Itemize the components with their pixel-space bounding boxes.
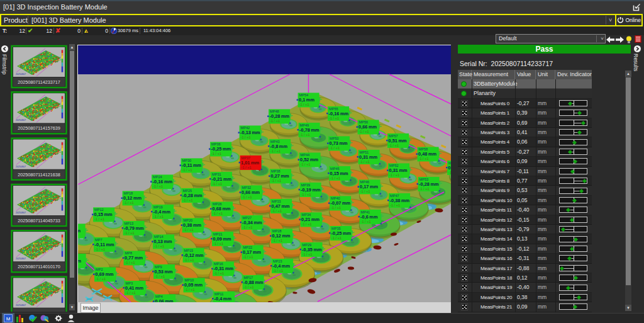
svg-text:-1 / +1: -1 / +1	[126, 291, 136, 295]
svg-text:-1 / +1: -1 / +1	[419, 157, 429, 161]
svg-text:-0,25 mm: -0,25 mm	[331, 230, 352, 236]
svg-text:-0,11 mm: -0,11 mm	[182, 162, 201, 168]
svg-text:-1 / +1: -1 / +1	[211, 152, 221, 156]
svg-text:-1 / +1: -1 / +1	[389, 173, 399, 177]
svg-text:20250807114045733: 20250807114045733	[18, 218, 60, 224]
svg-text:-0,78 mm: -0,78 mm	[299, 127, 319, 133]
svg-text:-1 / +1: -1 / +1	[272, 209, 282, 213]
svg-text:0,68 mm: 0,68 mm	[213, 206, 231, 212]
svg-text:-0,38 mm: -0,38 mm	[390, 198, 410, 203]
svg-text:-1 / +1: -1 / +1	[419, 187, 430, 191]
svg-text:0,13 mm: 0,13 mm	[154, 239, 172, 244]
svg-text:0,12 mm: 0,12 mm	[123, 195, 142, 201]
svg-text:0,3 mm: 0,3 mm	[78, 228, 80, 234]
svg-text:-0,28 mm: -0,28 mm	[182, 193, 203, 198]
svg-text:-1 / +1: -1 / +1	[212, 182, 222, 186]
svg-text:-0,79 mm: -0,79 mm	[124, 225, 144, 231]
svg-text:0,1 mm: 0,1 mm	[299, 97, 314, 103]
svg-text:0,69 mm: 0,69 mm	[96, 271, 114, 277]
svg-text:-1 / +1: -1 / +1	[303, 252, 313, 256]
svg-text:0,73 mm: 0,73 mm	[330, 140, 348, 146]
svg-text:-1 / +1: -1 / +1	[331, 236, 341, 240]
svg-text:-1 / +1: -1 / +1	[243, 225, 253, 229]
svg-text:-0,16 mm: -0,16 mm	[153, 179, 173, 184]
svg-text:-1 / +1: -1 / +1	[301, 162, 311, 166]
svg-text:-1 / +1: -1 / +1	[153, 184, 163, 188]
svg-text:-1 / +1: -1 / +1	[244, 285, 254, 289]
svg-text:-1 / +1: -1 / +1	[302, 222, 312, 226]
svg-text:-1 / +1: -1 / +1	[242, 166, 252, 169]
svg-text:M: M	[6, 316, 11, 322]
svg-text:-1 / +1: -1 / +1	[185, 288, 195, 292]
svg-text:-1 / +1: -1 / +1	[125, 261, 135, 264]
svg-text:-0,31 mm: -0,31 mm	[214, 266, 234, 271]
svg-text:0,4 mm: 0,4 mm	[78, 258, 81, 264]
svg-text:-1 / +1: -1 / +1	[301, 193, 311, 196]
svg-text:-0,19 mm: -0,19 mm	[301, 187, 321, 193]
svg-text:-1 / +1: -1 / +1	[184, 228, 194, 232]
svg-text:-1 / +1: -1 / +1	[331, 206, 341, 210]
svg-text:-0,8 mm: -0,8 mm	[270, 144, 288, 149]
svg-text:-0,28 mm: -0,28 mm	[419, 181, 439, 187]
svg-text:0,27 mm: 0,27 mm	[271, 173, 289, 179]
svg-text:-1 / +1: -1 / +1	[182, 168, 192, 172]
svg-text:-1 / +1: -1 / +1	[330, 176, 340, 180]
svg-text:-1 / +1: -1 / +1	[389, 144, 399, 147]
svg-text:-1 / +1: -1 / +1	[183, 198, 193, 202]
svg-text:0,66 mm: 0,66 mm	[242, 190, 260, 195]
svg-text:-1 / +1: -1 / +1	[94, 217, 104, 221]
svg-text:-0,12 mm: -0,12 mm	[184, 252, 204, 258]
svg-text:0,15 mm: 0,15 mm	[94, 212, 113, 217]
svg-text:-0,4 mm: -0,4 mm	[214, 296, 232, 302]
svg-text:-1 / +1: -1 / +1	[271, 179, 281, 183]
svg-text:0,77 mm: 0,77 mm	[125, 255, 143, 261]
svg-text:-1 / +1: -1 / +1	[184, 258, 194, 262]
svg-text:-1 / +1: -1 / +1	[360, 190, 370, 193]
svg-text:-1 / +1: -1 / +1	[359, 130, 369, 133]
svg-text:-1 / +1: -1 / +1	[154, 244, 164, 248]
svg-text:-1 / +1: -1 / +1	[270, 149, 280, 153]
svg-text:-1 / +1: -1 / +1	[242, 195, 252, 199]
svg-text:20250807114157639: 20250807114157639	[18, 125, 60, 131]
svg-text:-1 / +1: -1 / +1	[273, 269, 283, 273]
svg-text:-1 / +1: -1 / +1	[213, 242, 223, 246]
svg-text:-0,34 mm: -0,34 mm	[242, 220, 262, 225]
svg-text:-0,07 mm: -0,07 mm	[331, 200, 351, 206]
svg-text:-0,28 mm: -0,28 mm	[270, 113, 290, 119]
svg-text:-1 / +1: -1 / +1	[96, 277, 106, 281]
svg-text:-0,4 mm: -0,4 mm	[273, 263, 291, 269]
svg-text:-1 / +1: -1 / +1	[390, 203, 400, 207]
svg-text:-1 / +1: -1 / +1	[241, 135, 251, 139]
svg-text:0,53 mm: 0,53 mm	[155, 269, 173, 275]
svg-text:-0,25 mm: -0,25 mm	[211, 146, 231, 152]
svg-text:-1 / +1: -1 / +1	[270, 119, 280, 123]
svg-text:-1 / +1: -1 / +1	[329, 116, 339, 120]
svg-text:-1 / +1: -1 / +1	[213, 212, 223, 215]
svg-text:0,31 mm: 0,31 mm	[389, 167, 408, 173]
svg-text:0,15 mm: 0,15 mm	[330, 171, 348, 176]
svg-text:20250807113924577: 20250807113924577	[18, 310, 60, 312]
svg-text:0,47 mm: 0,47 mm	[272, 203, 290, 209]
svg-text:0,52 mm: 0,52 mm	[300, 157, 318, 162]
svg-text:-1 / +1: -1 / +1	[214, 271, 224, 275]
svg-text:0,66 mm: 0,66 mm	[358, 124, 377, 130]
svg-text:-1 / +1: -1 / +1	[300, 133, 310, 137]
svg-text:0,09 mm: 0,09 mm	[213, 236, 231, 242]
svg-text:-1 / +1: -1 / +1	[124, 201, 134, 205]
svg-text:0,21 mm: 0,21 mm	[301, 217, 319, 222]
svg-text:0 mm: 0 mm	[448, 165, 451, 171]
svg-text:0,48 mm: 0,48 mm	[418, 151, 436, 157]
svg-text:-1 / +1: -1 / +1	[95, 247, 105, 251]
svg-text:-1 / +1: -1 / +1	[272, 239, 282, 242]
svg-text:20250807114010170: 20250807114010170	[18, 264, 60, 269]
svg-text:-1 / +1: -1 / +1	[299, 103, 309, 106]
svg-text:-0,6 mm: -0,6 mm	[360, 214, 378, 220]
svg-text:-0,4 mm: -0,4 mm	[153, 209, 171, 215]
svg-text:0,38 mm: 0,38 mm	[183, 222, 201, 228]
svg-text:20250807114233717: 20250807114233717	[18, 79, 60, 85]
svg-text:-0,21 mm: -0,21 mm	[212, 176, 232, 182]
svg-text:-1 / +1: -1 / +1	[360, 160, 370, 164]
svg-text:0,05 mm: 0,05 mm	[184, 282, 203, 288]
svg-text:-1 / +1: -1 / +1	[243, 255, 253, 259]
svg-text:0,31 mm: 0,31 mm	[359, 154, 377, 160]
